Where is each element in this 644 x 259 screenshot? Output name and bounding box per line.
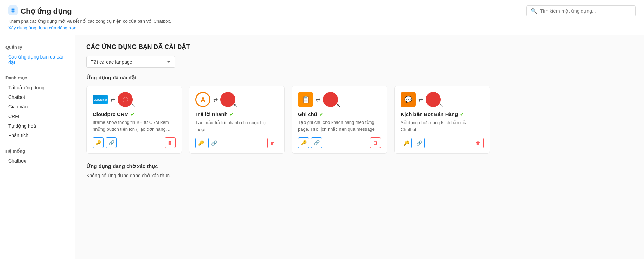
sidebar: Quản lý Các ứng dụng bạn đã cài đặt Danh… [0,35,75,259]
apps-grid: CLOUDPRO ⇄ ↖ Cloudpro CRM ✔ Iframe show … [86,86,633,154]
app-card-tra-loi: A ⇄ ↖ Trả lời nhanh ✔ Tạo mẫu trả lời nh… [189,86,285,154]
chatbox-icon-ghi-chu [323,92,338,107]
app-actions-left-cloudpro: 🔑 🔗 [93,137,117,148]
app-name-cloudpro: Cloudpro CRM [93,111,129,117]
sidebar-divider-1 [5,71,69,71]
sidebar-section-he-thong: Hệ thống [5,148,69,154]
sidebar-item-phan-tich[interactable]: Phân tích [5,131,69,140]
tra-loi-app-icon: A [195,92,210,107]
sidebar-section-danh-muc: Danh mục [5,75,69,80]
app-card-icons-kich-ban: 💬 ⇄ ↖ [401,92,484,107]
app-name-row-kich-ban: Kịch bản Bot Bán Hàng ✔ [401,111,484,117]
pending-empty-text: Không có ứng dụng đang chờ xác thực [86,173,633,178]
app-verified-cloudpro: ✔ [131,112,135,117]
app-desc-kich-ban: Sử dụng chức năng Kịch bản của Chatbot [401,119,484,133]
app-card-icons-tra-loi: A ⇄ ↖ [195,92,278,107]
app-verified-kich-ban: ✔ [460,112,464,117]
app-card-icons-cloudpro: CLOUDPRO ⇄ ↖ [93,92,176,107]
link-btn-kich-ban[interactable]: 🔗 [414,138,425,148]
search-input[interactable] [540,8,631,14]
link-btn-ghi-chu[interactable]: 🔗 [311,137,322,148]
app-name-kich-ban: Kịch bản Bot Bán Hàng [401,111,458,117]
app-card-cloudpro: CLOUDPRO ⇄ ↖ Cloudpro CRM ✔ Iframe show … [86,86,182,154]
sidebar-item-chatbox[interactable]: Chatbox [5,156,69,165]
cloudpro-app-icon: CLOUDPRO [93,95,108,104]
installed-section-title: Ứng dụng đã cài đặt [86,75,633,81]
transfer-icon-cloudpro: ⇄ [111,96,115,103]
transfer-icon-kich-ban: ⇄ [418,96,423,103]
app-name-row-ghi-chu: Ghi chú ✔ [298,111,381,117]
settings-btn-ghi-chu[interactable]: 🔑 [298,137,309,148]
header-left: Chợ ứng dụng Khám phá các ứng dụng mới v… [8,5,171,30]
app-store-icon [8,5,18,17]
app-actions-tra-loi: 🔑 🔗 🗑 [195,138,278,148]
delete-btn-tra-loi[interactable]: 🗑 [267,138,278,148]
kich-ban-app-icon: 💬 [401,92,416,107]
app-actions-left-tra-loi: 🔑 🔗 [195,138,219,148]
settings-btn-tra-loi[interactable]: 🔑 [195,138,206,148]
sidebar-divider-2 [5,144,69,144]
search-icon: 🔍 [531,8,537,14]
ghi-chu-app-icon: 📋 [298,92,313,107]
app-actions-kich-ban: 🔑 🔗 🗑 [401,138,484,148]
main-content: CÁC ỨNG DỤNG BẠN ĐÃ CÀI ĐẶT Tất cả các f… [75,35,644,259]
app-verified-ghi-chu: ✔ [319,112,323,117]
sidebar-item-giao-van[interactable]: Giao vận [5,102,69,111]
fanpage-select[interactable]: Tất cả các fanpage [86,56,175,68]
delete-btn-cloudpro[interactable]: 🗑 [165,137,176,148]
chatbox-icon-tra-loi [220,92,235,107]
link-btn-tra-loi[interactable]: 🔗 [208,138,219,148]
delete-btn-ghi-chu[interactable]: 🗑 [370,137,381,148]
app-actions-left-ghi-chu: 🔑 🔗 [298,137,322,148]
content-title: CÁC ỨNG DỤNG BẠN ĐÃ CÀI ĐẶT [86,43,633,51]
app-desc-ghi-chu: Tạo ghi chú cho khách hàng theo từng pag… [298,119,381,132]
app-name-row-tra-loi: Trả lời nhanh ✔ [195,111,278,117]
app-actions-ghi-chu: 🔑 🔗 🗑 [298,137,381,148]
sidebar-item-chatbot[interactable]: Chatbot [5,93,69,102]
header-title: Chợ ứng dụng [8,5,171,17]
sidebar-item-tu-dong-hoa[interactable]: Tự động hoá [5,121,69,130]
app-desc-cloudpro: Iframe show thông tin KH từ CRM kèm nhữn… [93,119,176,132]
chatbox-icon-cloudpro [118,92,133,107]
app-name-tra-loi: Trả lời nhanh [195,111,228,117]
settings-btn-cloudpro[interactable]: 🔑 [93,137,104,148]
app-card-icons-ghi-chu: 📋 ⇄ ↖ [298,92,381,107]
top-header: Chợ ứng dụng Khám phá các ứng dụng mới v… [0,0,644,35]
build-link[interactable]: Xây dựng ứng dụng của riêng bạn [8,25,76,30]
app-verified-tra-loi: ✔ [230,112,234,117]
app-desc-tra-loi: Tạo mẫu trả lời nhanh cho cuộc hội thoại… [195,119,278,133]
sidebar-item-installed[interactable]: Các ứng dụng bạn đã cài đặt [5,52,69,67]
link-btn-cloudpro[interactable]: 🔗 [106,137,117,148]
pending-section: Ứng dụng đang chờ xác thực Không có ứng … [86,163,633,178]
transfer-icon-tra-loi: ⇄ [213,96,218,103]
app-actions-left-kich-ban: 🔑 🔗 [401,138,425,148]
app-name-row-cloudpro: Cloudpro CRM ✔ [93,111,176,117]
header-subtitle: Khám phá các ứng dụng mới và kết nối các… [8,18,171,24]
app-name-ghi-chu: Ghi chú [298,111,317,117]
chatbox-icon-kich-ban [426,92,441,107]
search-box: 🔍 [526,5,636,16]
pending-title: Ứng dụng đang chờ xác thực [86,163,633,169]
main-layout: Quản lý Các ứng dụng bạn đã cài đặt Danh… [0,35,644,259]
transfer-icon-ghi-chu: ⇄ [316,96,320,103]
sidebar-item-crm[interactable]: CRM [5,112,69,121]
app-actions-cloudpro: 🔑 🔗 🗑 [93,137,176,148]
sidebar-item-tat-ca[interactable]: Tất cả ứng dụng [5,83,69,92]
settings-btn-kich-ban[interactable]: 🔑 [401,138,412,148]
sidebar-section-quan-ly: Quản lý [5,44,69,50]
app-card-kich-ban: 💬 ⇄ ↖ Kịch bản Bot Bán Hàng ✔ Sử dụng ch… [394,86,490,154]
app-card-ghi-chu: 📋 ⇄ ↖ Ghi chú ✔ Tạo ghi chú cho khách hà… [292,86,387,154]
delete-btn-kich-ban[interactable]: 🗑 [473,138,484,148]
